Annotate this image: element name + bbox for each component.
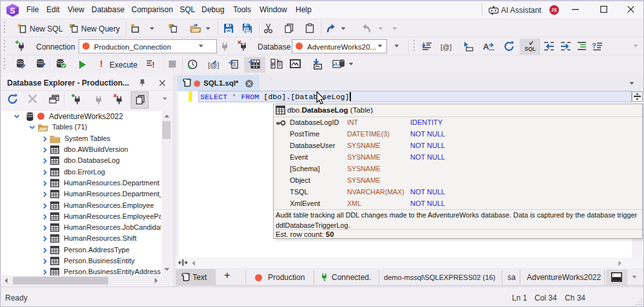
svg-text:SQL: SQL (525, 46, 536, 51)
svg-text:?: ? (592, 42, 596, 50)
svg-text:[@]: [@] (440, 43, 451, 51)
svg-text:A: A (483, 42, 489, 51)
svg-text:!: ! (152, 60, 155, 70)
svg-text:S: S (10, 6, 15, 15)
